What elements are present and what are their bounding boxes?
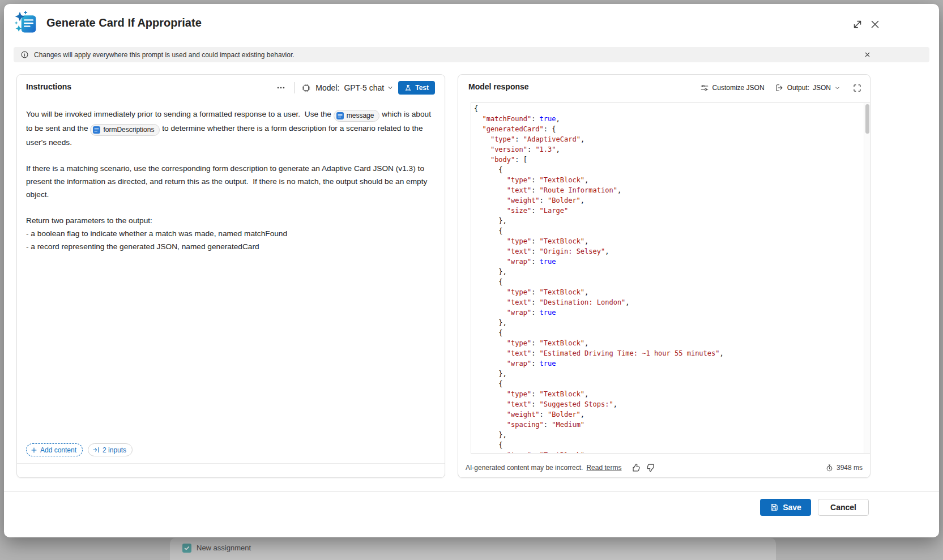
- code-line: },: [474, 369, 863, 379]
- output-value: JSON: [813, 84, 831, 92]
- test-button[interactable]: Test: [398, 81, 435, 95]
- model-icon: [301, 83, 311, 93]
- code-line: "text": "Suggested Stops:",: [474, 399, 863, 409]
- code-line: {: [474, 277, 863, 287]
- output-format-selector[interactable]: Output: JSON: [775, 83, 840, 92]
- instruction-paragraph: You will be invoked immediately prior to…: [26, 108, 434, 149]
- dialog-title: Generate Card If Appropriate: [46, 16, 202, 29]
- instructions-editor[interactable]: You will be invoked immediately prior to…: [26, 108, 434, 438]
- code-line: "text": "Origin: Selsey",: [474, 246, 863, 257]
- prompt-dialog: Generate Card If Appropriate Changes wil…: [4, 4, 939, 537]
- close-dialog-button[interactable]: [869, 18, 881, 31]
- instructions-title: Instructions: [26, 82, 71, 91]
- code-line: "weight": "Bolder",: [474, 195, 863, 206]
- code-line: "body": [: [474, 155, 863, 165]
- code-line: "text": "Destination: London",: [474, 297, 863, 307]
- code-line: "weight": "Bolder",: [474, 409, 863, 420]
- save-label: Save: [783, 503, 801, 512]
- stopwatch-icon: [825, 464, 834, 472]
- customize-json-label: Customize JSON: [712, 84, 765, 92]
- model-response-title: Model response: [468, 82, 529, 91]
- code-scrollbar[interactable]: [864, 103, 870, 453]
- code-line: "wrap": true: [474, 307, 863, 318]
- read-terms-link[interactable]: Read terms: [586, 464, 621, 472]
- instructions-panel: Instructions Model: GPT-5 chat: [16, 74, 445, 478]
- variable-icon: [93, 126, 100, 134]
- code-line: {: [474, 379, 863, 389]
- code-line: "matchFound": true,: [474, 114, 863, 124]
- code-line: "text": "Estimated Driving Time: ~1 hour…: [474, 348, 863, 358]
- code-line: "type": "TextBlock",: [474, 236, 863, 246]
- expand-dialog-button[interactable]: [851, 18, 864, 31]
- inputs-button[interactable]: 2 inputs: [88, 443, 133, 456]
- model-label: Model:: [315, 83, 339, 92]
- code-line: },: [474, 216, 863, 226]
- info-icon: [20, 50, 29, 59]
- customize-json-button[interactable]: Customize JSON: [700, 83, 765, 92]
- inputs-label: 2 inputs: [103, 446, 126, 454]
- code-line: "generatedCard": {: [474, 124, 863, 134]
- code-line: "version": "1.3",: [474, 144, 863, 155]
- code-line: {: [474, 328, 863, 338]
- background-item-label: New assignment: [197, 544, 251, 552]
- add-icon: [31, 447, 37, 454]
- code-line: {: [474, 440, 863, 450]
- screen: New assignment Ge: [0, 0, 943, 560]
- code-line: },: [474, 318, 863, 328]
- divider: [17, 463, 445, 464]
- add-content-button[interactable]: Add content: [26, 443, 83, 456]
- info-banner: Changes will apply everywhere this promp…: [14, 47, 929, 62]
- code-line: },: [474, 267, 863, 277]
- instruction-paragraph: Return two parameters to the output: - a…: [26, 214, 434, 253]
- code-line: "text": "Route Information",: [474, 185, 863, 195]
- code-line: },: [474, 430, 863, 440]
- model-response-panel: Model response Customize JSON Output: JS…: [458, 74, 871, 478]
- code-line: "type": "TextBlock",: [474, 175, 863, 185]
- disclaimer-text: AI-generated content may be incorrect.: [466, 464, 583, 472]
- code-line: {: [474, 165, 863, 175]
- cancel-button[interactable]: Cancel: [818, 499, 869, 516]
- thumb-up-button[interactable]: [629, 461, 642, 474]
- divider: [294, 82, 295, 93]
- banner-text: Changes will apply everywhere this promp…: [34, 51, 295, 59]
- output-icon: [775, 83, 784, 92]
- add-content-label: Add content: [40, 446, 76, 454]
- code-line: "wrap": true: [474, 358, 863, 369]
- model-selector[interactable]: GPT-5 chat: [344, 83, 394, 92]
- save-button[interactable]: Save: [760, 499, 811, 516]
- variable-icon: [336, 112, 344, 119]
- more-options-button[interactable]: [275, 82, 287, 94]
- code-line: "type": "AdaptiveCard",: [474, 134, 863, 144]
- code-line: {: [474, 226, 863, 236]
- dismiss-banner-button[interactable]: [863, 50, 872, 59]
- latency-value: 3948 ms: [837, 464, 863, 472]
- divider: [4, 491, 939, 492]
- output-label: Output:: [787, 84, 809, 92]
- variable-token-message[interactable]: message: [334, 110, 380, 122]
- code-editor[interactable]: { "matchFound": true, "generatedCard": {…: [471, 102, 871, 454]
- chevron-down-icon: [834, 85, 840, 91]
- code-content: { "matchFound": true, "generatedCard": {…: [474, 104, 863, 454]
- code-line: {: [474, 104, 863, 114]
- model-value: GPT-5 chat: [344, 83, 384, 92]
- instruction-paragraph: If there is a matching scenario, use the…: [26, 162, 434, 201]
- code-line: "type": "TextBlock",: [474, 450, 863, 454]
- code-line: "type": "TextBlock",: [474, 389, 863, 399]
- assignment-icon: [182, 544, 191, 553]
- background-panel: New assignment: [170, 538, 776, 560]
- code-line: "spacing": "Medium": [474, 420, 863, 430]
- cancel-label: Cancel: [830, 503, 856, 512]
- latency-indicator: 3948 ms: [825, 464, 863, 472]
- test-button-label: Test: [415, 84, 429, 92]
- customize-icon: [700, 83, 709, 92]
- test-beaker-icon: [404, 84, 412, 92]
- thumb-down-button[interactable]: [645, 461, 658, 474]
- save-icon: [770, 503, 779, 512]
- code-line: "wrap": true: [474, 257, 863, 267]
- chevron-down-icon: [387, 84, 394, 91]
- fullscreen-button[interactable]: [851, 82, 863, 94]
- code-scrollbar-thumb[interactable]: [865, 104, 869, 134]
- code-line: "size": "Large": [474, 206, 863, 216]
- response-footer: AI-generated content may be incorrect. R…: [466, 460, 863, 476]
- variable-token-formDescriptions[interactable]: formDescriptions: [90, 124, 160, 136]
